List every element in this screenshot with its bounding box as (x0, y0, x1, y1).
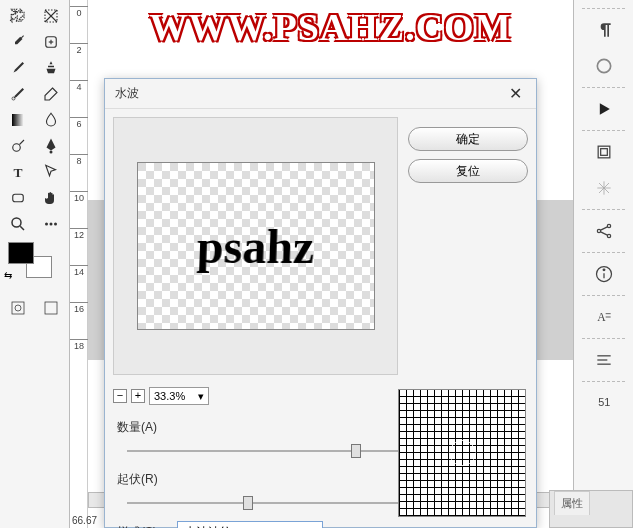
history-brush-tool[interactable] (4, 82, 32, 106)
svg-point-29 (607, 224, 610, 227)
blur-tool[interactable] (37, 108, 65, 132)
svg-point-8 (13, 144, 21, 152)
properties-panel: 属性 (549, 490, 633, 528)
dialog-title-text: 水波 (115, 85, 139, 102)
svg-text:A: A (597, 311, 606, 324)
svg-point-10 (49, 151, 52, 154)
properties-tab[interactable]: 属性 (554, 491, 590, 515)
brush-tool[interactable] (4, 56, 32, 80)
svg-point-17 (54, 223, 57, 226)
vertical-ruler: 0 2 4 6 8 10 12 14 16 18 (70, 0, 88, 528)
frame-icon[interactable] (582, 137, 626, 167)
paragraph-panel-icon[interactable] (582, 345, 626, 375)
swap-colors-icon[interactable]: ⇆ (4, 270, 12, 281)
zoom-select[interactable]: 33.3% ▾ (149, 387, 209, 405)
measure-icon[interactable]: 51 (582, 388, 626, 418)
svg-point-15 (45, 223, 48, 226)
path-select-tool[interactable] (37, 160, 65, 184)
zoom-tool[interactable] (4, 212, 32, 236)
svg-point-19 (15, 305, 21, 311)
dialog-titlebar: 水波 ✕ (105, 79, 536, 109)
zoom-in-button[interactable]: + (131, 389, 145, 403)
shape-tool[interactable] (4, 186, 32, 210)
ridge-label: 起伏(R) (117, 471, 177, 488)
amount-label: 数量(A) (117, 419, 177, 436)
tools-panel: T ⇆ (0, 0, 70, 528)
svg-rect-18 (12, 302, 24, 314)
preview-pane: psahz (113, 117, 398, 375)
slider-thumb[interactable] (243, 496, 253, 510)
svg-rect-7 (12, 114, 24, 126)
more-tool[interactable] (37, 212, 65, 236)
right-panel: A 51 (573, 0, 633, 528)
dodge-tool[interactable] (4, 134, 32, 158)
svg-line-32 (600, 232, 607, 235)
move-tool[interactable] (4, 4, 32, 28)
close-icon[interactable]: ✕ (504, 83, 526, 105)
svg-point-13 (12, 218, 21, 227)
mesh-preview (398, 389, 526, 517)
paragraph-icon[interactable] (582, 15, 626, 45)
quickmask-mask[interactable] (37, 296, 65, 320)
hand-tool[interactable] (37, 186, 65, 210)
healing-tool[interactable] (37, 30, 65, 54)
preview-image[interactable]: psahz (137, 162, 375, 330)
reset-button[interactable]: 复位 (408, 159, 528, 183)
svg-point-30 (607, 234, 610, 237)
slider-thumb[interactable] (351, 444, 361, 458)
eyedropper-tool[interactable] (4, 30, 32, 54)
chevron-down-icon: ▾ (198, 390, 204, 403)
refresh-icon[interactable] (582, 51, 626, 81)
share-icon[interactable] (582, 216, 626, 246)
svg-rect-22 (598, 146, 610, 158)
style-label: 样式(S) (117, 524, 177, 529)
svg-text:51: 51 (598, 396, 610, 408)
style-select[interactable]: 水池波纹 ▾ (177, 521, 323, 528)
style-value: 水池波纹 (184, 524, 232, 529)
rect-select-tool[interactable] (37, 4, 65, 28)
quickmask-standard[interactable] (4, 296, 32, 320)
burst-icon[interactable] (582, 173, 626, 203)
pen-tool[interactable] (37, 134, 65, 158)
eraser-tool[interactable] (37, 82, 65, 106)
clone-stamp-tool[interactable] (37, 56, 65, 80)
wave-dialog: 水波 ✕ psahz 确定 复位 − + 33.3% ▾ 数量(A) (104, 78, 537, 528)
svg-point-21 (597, 59, 610, 72)
svg-line-14 (21, 226, 25, 230)
preview-text: psahz (196, 219, 315, 274)
zoom-out-button[interactable]: − (113, 389, 127, 403)
text-tool[interactable]: T (4, 160, 32, 184)
svg-rect-20 (45, 302, 57, 314)
svg-point-16 (49, 223, 52, 226)
svg-line-9 (20, 140, 25, 145)
ok-button[interactable]: 确定 (408, 127, 528, 151)
svg-rect-12 (13, 194, 24, 202)
color-swatches: ⇆ (2, 242, 67, 284)
svg-rect-23 (600, 149, 607, 156)
zoom-indicator: 66.67 (72, 515, 97, 526)
svg-point-28 (597, 229, 600, 232)
svg-line-31 (600, 227, 607, 230)
info-icon[interactable] (582, 259, 626, 289)
gradient-tool[interactable] (4, 108, 32, 132)
play-icon[interactable] (582, 94, 626, 124)
character-icon[interactable]: A (582, 302, 626, 332)
svg-text:T: T (14, 165, 23, 180)
foreground-color[interactable] (8, 242, 34, 264)
svg-point-35 (603, 269, 605, 271)
zoom-value: 33.3% (154, 390, 185, 402)
